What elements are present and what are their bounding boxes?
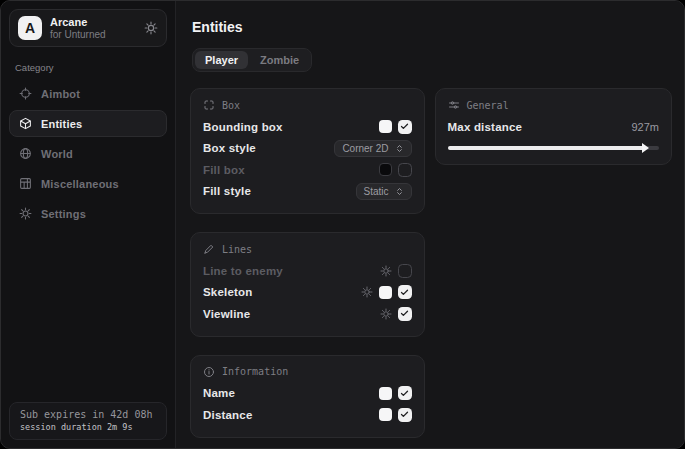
gear-icon[interactable]: [361, 286, 373, 298]
grid-icon: [19, 177, 32, 190]
setting-label: Skeleton: [203, 286, 253, 298]
max-distance-value: 927m: [631, 121, 659, 133]
color-swatch[interactable]: [379, 408, 392, 421]
setting-row-line-to-enemy: Line to enemy: [203, 260, 412, 282]
information-card-header: Information: [203, 366, 412, 378]
slider-thumb[interactable]: [642, 143, 649, 153]
setting-label: Box style: [203, 142, 256, 154]
category-label: Category: [15, 62, 161, 73]
setting-label: Name: [203, 387, 235, 399]
color-swatch[interactable]: [379, 286, 392, 299]
setting-label: Fill style: [203, 185, 251, 197]
app-logo: A: [18, 16, 42, 40]
page-title: Entities: [192, 19, 672, 35]
entity-tabs: Player Zombie: [192, 48, 312, 72]
box-card-header: Box: [203, 99, 412, 111]
information-card: Information Name: [190, 355, 425, 438]
checkbox-checked[interactable]: [398, 120, 412, 134]
row-controls: [379, 386, 412, 400]
color-swatch[interactable]: [379, 120, 392, 133]
general-card: General Max distance 927m: [435, 88, 672, 165]
row-controls: [379, 408, 412, 422]
sidebar-item-label: Miscellaneous: [41, 178, 119, 190]
checkbox-checked[interactable]: [398, 285, 412, 299]
scan-corners-icon: [203, 99, 215, 111]
main-panel: Entities Player Zombie Box: [176, 1, 684, 448]
checkbox-checked[interactable]: [398, 307, 412, 321]
setting-row-fill-style: Fill style Static: [203, 181, 412, 203]
setting-row-fill-box: Fill box: [203, 159, 412, 181]
dropdown-value: Corner 2D: [342, 143, 388, 154]
chevrons-up-down-icon: [395, 144, 404, 153]
checkbox-unchecked[interactable]: [398, 163, 412, 177]
subscription-info: Sub expires in 42d 08h session duration …: [9, 402, 167, 440]
setting-row-box-style: Box style Corner 2D: [203, 138, 412, 160]
setting-label: Line to enemy: [203, 265, 283, 277]
content-area: Box Bounding box: [190, 88, 672, 438]
tab-zombie[interactable]: Zombie: [250, 51, 309, 69]
sidebar-item-label: Entities: [41, 118, 82, 130]
gear-icon: [19, 207, 32, 220]
box-card: Box Bounding box: [190, 88, 425, 214]
setting-label: Bounding box: [203, 121, 283, 133]
lines-card-title: Lines: [222, 244, 252, 255]
checkbox-checked[interactable]: [398, 386, 412, 400]
setting-row-bounding-box: Bounding box: [203, 116, 412, 138]
sidebar-item-entities[interactable]: Entities: [9, 110, 167, 137]
sidebar-item-world[interactable]: World: [9, 140, 167, 167]
tab-player[interactable]: Player: [195, 51, 248, 69]
sidebar: A Arcane for Unturned Category A: [1, 1, 176, 448]
cube-icon: [19, 117, 32, 130]
color-swatch[interactable]: [379, 387, 392, 400]
row-controls: [361, 285, 412, 299]
information-card-title: Information: [222, 366, 288, 377]
row-controls: [380, 264, 412, 278]
gear-icon[interactable]: [380, 308, 392, 320]
info-icon: [203, 366, 215, 378]
row-controls: [379, 120, 412, 134]
sub-expires-text: Sub expires in 42d 08h: [20, 409, 156, 420]
sidebar-item-label: Aimbot: [41, 88, 80, 100]
sidebar-item-label: Settings: [41, 208, 86, 220]
sidebar-nav: Aimbot Entities World: [9, 80, 167, 227]
check-icon: [400, 288, 409, 297]
setting-label: Distance: [203, 409, 253, 421]
gear-icon[interactable]: [380, 265, 392, 277]
sidebar-item-aimbot[interactable]: Aimbot: [9, 80, 167, 107]
app-window: A Arcane for Unturned Category A: [0, 0, 685, 449]
gear-icon[interactable]: [144, 21, 158, 35]
chevrons-up-down-icon: [395, 187, 404, 196]
box-card-title: Box: [222, 100, 240, 111]
dropdown-value: Static: [364, 186, 389, 197]
sidebar-item-miscellaneous[interactable]: Miscellaneous: [9, 170, 167, 197]
right-column: General Max distance 927m: [435, 88, 672, 165]
brand-text: Arcane for Unturned: [50, 16, 106, 40]
check-icon: [400, 309, 409, 318]
left-column: Box Bounding box: [190, 88, 425, 438]
color-swatch[interactable]: [379, 163, 392, 176]
sidebar-item-settings[interactable]: Settings: [9, 200, 167, 227]
crosshair-icon: [19, 87, 32, 100]
brand-card: A Arcane for Unturned: [9, 9, 167, 47]
setting-row-name: Name: [203, 383, 412, 405]
sidebar-item-label: World: [41, 148, 73, 160]
checkbox-checked[interactable]: [398, 408, 412, 422]
general-card-title: General: [467, 100, 509, 111]
checkbox-unchecked[interactable]: [398, 264, 412, 278]
check-icon: [400, 410, 409, 419]
setting-row-distance: Distance: [203, 404, 412, 426]
setting-row-skeleton: Skeleton: [203, 282, 412, 304]
lines-card: Lines Line to enemy: [190, 232, 425, 337]
pencil-icon: [203, 243, 215, 255]
setting-label: Fill box: [203, 164, 245, 176]
row-controls: [379, 163, 412, 177]
check-icon: [400, 122, 409, 131]
max-distance-slider[interactable]: [448, 146, 659, 150]
setting-row-viewline: Viewline: [203, 303, 412, 325]
session-duration-text: session duration 2m 9s: [20, 422, 156, 432]
setting-label: Max distance: [448, 121, 523, 133]
fill-style-dropdown[interactable]: Static: [356, 183, 412, 200]
box-style-dropdown[interactable]: Corner 2D: [334, 140, 411, 157]
brand-title: Arcane: [50, 16, 106, 29]
setting-label: Viewline: [203, 308, 250, 320]
